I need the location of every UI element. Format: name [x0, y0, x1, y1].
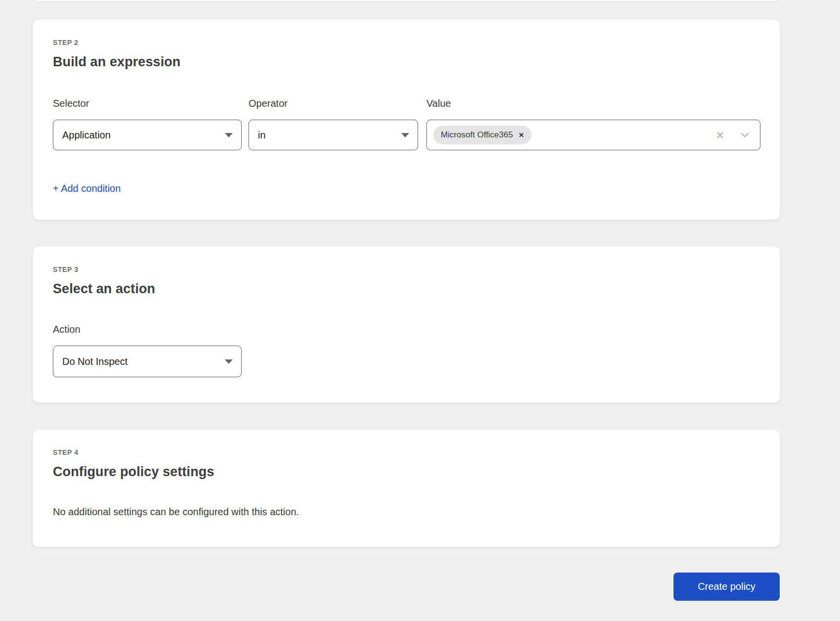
clear-selection-icon[interactable]: ✕: [715, 130, 724, 140]
action-field-label: Action: [53, 324, 81, 335]
selector-dropdown-value: Application: [62, 130, 111, 141]
step4-label: STEP 4: [53, 448, 79, 456]
action-dropdown-value: Do Not Inspect: [62, 356, 127, 367]
tag-remove-icon[interactable]: ✕: [518, 132, 524, 138]
value-multiselect-input[interactable]: Microsoft Office365 ✕ ✕: [426, 120, 760, 150]
step3-title: Select an action: [53, 281, 155, 297]
value-field-label: Value: [426, 98, 451, 109]
operator-dropdown[interactable]: in: [249, 120, 418, 150]
action-dropdown[interactable]: Do Not Inspect: [53, 346, 242, 377]
add-condition-link[interactable]: + Add condition: [53, 183, 121, 194]
selected-value-tag: Microsoft Office365 ✕: [433, 126, 532, 144]
step3-card: STEP 3 Select an action Action Do Not In…: [33, 246, 780, 403]
selected-value-tag-label: Microsoft Office365: [441, 130, 513, 140]
step3-label: STEP 3: [53, 266, 79, 273]
dropdown-caret-icon: [401, 133, 409, 137]
create-policy-button[interactable]: Create policy: [673, 573, 780, 601]
step2-card: STEP 2 Build an expression Selector Oper…: [33, 19, 780, 220]
step4-card: STEP 4 Configure policy settings No addi…: [33, 429, 780, 547]
previous-card-bottom-edge: [33, 0, 780, 1]
step2-label: STEP 2: [53, 39, 79, 46]
selector-dropdown[interactable]: Application: [53, 120, 242, 150]
selector-field-label: Selector: [53, 98, 89, 109]
step2-title: Build an expression: [53, 54, 180, 70]
settings-note-text: No additional settings can be configured…: [53, 506, 299, 518]
dropdown-caret-icon: [225, 359, 233, 364]
operator-dropdown-value: in: [258, 130, 266, 141]
dropdown-caret-icon: [225, 133, 233, 137]
operator-field-label: Operator: [249, 98, 288, 109]
chevron-down-icon[interactable]: [741, 133, 749, 138]
step4-title: Configure policy settings: [53, 464, 214, 480]
